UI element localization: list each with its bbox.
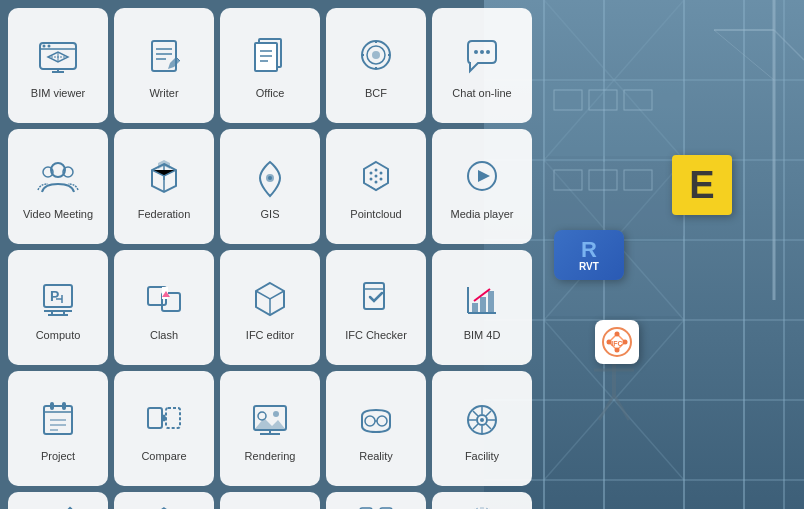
rendering-label: Rendering (245, 450, 296, 463)
writer-label: Writer (149, 87, 178, 100)
tile-gis[interactable]: GIS (220, 129, 320, 244)
app-grid: BIM viewer Writer Office (0, 0, 530, 509)
tile-compare[interactable]: Compare (114, 371, 214, 486)
tile-reality[interactable]: Reality (326, 371, 426, 486)
tile-pointcloud[interactable]: Pointcloud (326, 129, 426, 244)
office-label: Office (256, 87, 285, 100)
ifc-checker-icon (352, 275, 400, 323)
tile-facility[interactable]: Facility (432, 371, 532, 486)
tile-rendering[interactable]: Rendering (220, 371, 320, 486)
tile-video-meeting[interactable]: Video Meeting (8, 129, 108, 244)
svg-point-116 (377, 416, 387, 426)
clash-label: Clash (150, 329, 178, 342)
svg-point-76 (370, 177, 373, 180)
computo-label: Computo (36, 329, 81, 342)
tile-iot[interactable]: IoT (432, 492, 532, 509)
tile-bim-viewer[interactable]: BIM viewer (8, 8, 108, 123)
tile-ifc-editor[interactable]: IFC editor (220, 250, 320, 365)
tile-blockchain[interactable]: Blockchain (114, 492, 214, 509)
svg-rect-23 (544, 162, 684, 236)
compare-label: Compare (141, 450, 186, 463)
rendering-icon (246, 396, 294, 444)
svg-point-39 (615, 348, 620, 353)
svg-rect-96 (472, 303, 478, 313)
office-icon (246, 33, 294, 81)
svg-rect-101 (50, 402, 54, 410)
tile-bcf[interactable]: BCF (326, 8, 426, 123)
media-player-label: Media player (451, 208, 514, 221)
svg-point-65 (474, 50, 478, 54)
svg-point-77 (380, 177, 383, 180)
facility-label: Facility (465, 450, 499, 463)
svg-point-112 (273, 411, 279, 417)
federation-label: Federation (138, 208, 191, 221)
clash-icon (140, 275, 188, 323)
svg-text:IFC: IFC (611, 340, 622, 347)
media-player-icon (458, 154, 506, 202)
gis-label: GIS (261, 208, 280, 221)
svg-point-67 (486, 50, 490, 54)
computo-icon: P (34, 275, 82, 323)
tile-project[interactable]: Project (8, 371, 108, 486)
tile-chat-online[interactable]: Chat on-line (432, 8, 532, 123)
svg-text:P: P (50, 288, 59, 304)
bim-viewer-label: BIM viewer (31, 87, 85, 100)
rvt-label: RVT (579, 261, 599, 272)
tile-bim-4d[interactable]: BIM 4D (432, 250, 532, 365)
svg-point-74 (370, 171, 373, 174)
reality-icon (352, 396, 400, 444)
ifc-logo-icon: IFC (601, 326, 633, 358)
tile-computo[interactable]: P Computo (8, 250, 108, 365)
svg-point-78 (375, 180, 378, 183)
pointcloud-icon (352, 154, 400, 202)
svg-rect-97 (480, 297, 486, 313)
blockchain-icon (140, 500, 188, 509)
svg-point-44 (43, 44, 46, 47)
rvt-r-letter: R (581, 239, 597, 261)
ifc-checker-label: IFC Checker (345, 329, 407, 342)
writer-icon (140, 33, 188, 81)
tile-ifc-checker[interactable]: IFC Checker (326, 250, 426, 365)
project-icon (34, 396, 82, 444)
svg-point-60 (372, 51, 380, 59)
pointcloud-label: Pointcloud (350, 208, 401, 221)
project-label: Project (41, 450, 75, 463)
svg-point-79 (375, 168, 378, 171)
tile-superbonus[interactable]: 110% Superbonus (220, 492, 320, 509)
svg-point-38 (623, 340, 628, 345)
svg-rect-98 (488, 291, 494, 313)
video-meeting-label: Video Meeting (23, 208, 93, 221)
svg-point-75 (380, 171, 383, 174)
firma-digitale-icon (34, 500, 82, 509)
tile-clash[interactable]: Clash (114, 250, 214, 365)
compare-icon (140, 396, 188, 444)
iot-icon (458, 500, 506, 509)
chat-online-label: Chat on-line (452, 87, 511, 100)
svg-marker-111 (254, 418, 286, 430)
svg-rect-54 (255, 43, 277, 71)
ifc-editor-icon (246, 275, 294, 323)
svg-point-73 (375, 174, 378, 177)
tile-office[interactable]: Office (220, 8, 320, 123)
e-badge: E (672, 155, 732, 215)
tile-federation[interactable]: Federation (114, 129, 214, 244)
tile-writer[interactable]: Writer (114, 8, 214, 123)
tile-merge[interactable]: Merge (326, 492, 426, 509)
ifc-editor-label: IFC editor (246, 329, 294, 342)
merge-icon (352, 500, 400, 509)
tile-media-player[interactable]: Media player (432, 129, 532, 244)
ifc-badge: IFC (595, 320, 639, 364)
bcf-icon (352, 33, 400, 81)
federation-icon (140, 154, 188, 202)
svg-point-66 (480, 50, 484, 54)
e-letter: E (689, 164, 714, 207)
bim-4d-label: BIM 4D (464, 329, 501, 342)
video-meeting-icon (34, 154, 82, 202)
tile-firma-digitale[interactable]: Firma digitale (8, 492, 108, 509)
svg-rect-102 (62, 402, 66, 410)
svg-point-45 (48, 44, 51, 47)
bcf-label: BCF (365, 87, 387, 100)
svg-rect-92 (364, 283, 384, 309)
svg-rect-22 (544, 82, 684, 156)
background-panel (484, 0, 804, 509)
